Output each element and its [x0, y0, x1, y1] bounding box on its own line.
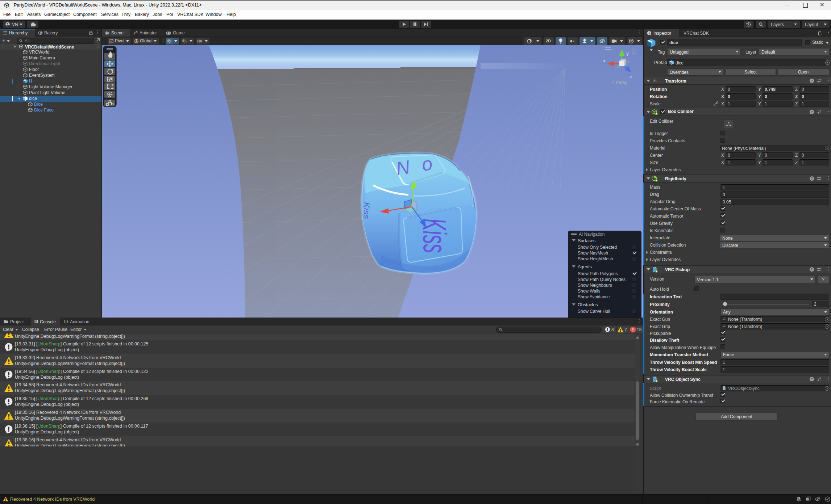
svg-text:< Persp: < Persp [612, 80, 627, 85]
svg-text:?: ? [811, 268, 813, 271]
svg-text:Floor: Floor [29, 67, 39, 72]
svg-text:Dice: Dice [34, 102, 43, 107]
svg-text:Kiss: Kiss [362, 202, 371, 219]
svg-text:?: ? [811, 79, 813, 83]
svg-text:dice: dice [29, 96, 37, 101]
svg-text:z: z [630, 74, 632, 79]
svg-text:?: ? [811, 377, 813, 381]
svg-text:Light Volume Manager: Light Volume Manager [29, 84, 72, 89]
svg-text:VRCWorld: VRCWorld [29, 50, 49, 55]
svg-text:Dice Face: Dice Face [34, 108, 54, 113]
svg-text:?: ? [811, 110, 813, 114]
svg-text:Point Light Volume: Point Light Volume [29, 90, 65, 95]
svg-text:Main Camera: Main Camera [29, 55, 55, 60]
svg-text:Directional Light: Directional Light [29, 61, 61, 66]
svg-text:EventSystem: EventSystem [29, 73, 55, 78]
svg-text:?: ? [811, 177, 813, 180]
svg-text:H: H [29, 79, 32, 84]
svg-text:Y: Y [169, 42, 171, 43]
svg-text:y: y [626, 51, 629, 56]
svg-text:x: x [603, 58, 606, 63]
